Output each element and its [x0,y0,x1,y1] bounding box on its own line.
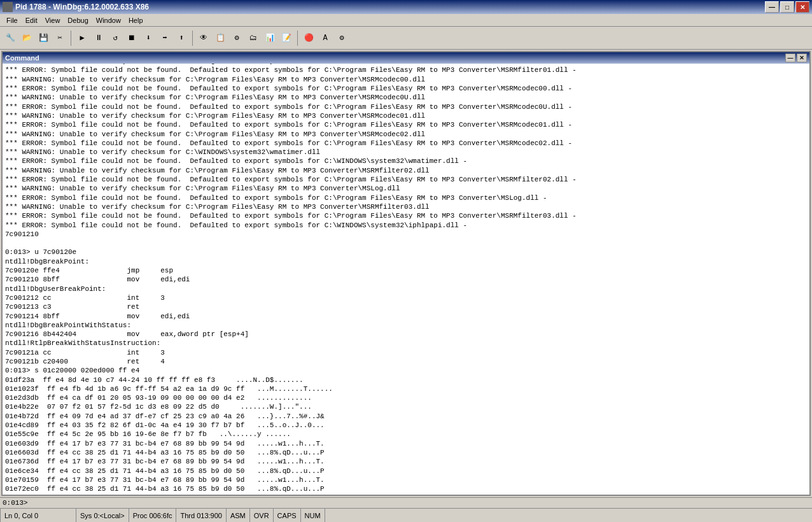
toolbar-open[interactable]: 📂 [19,31,34,46]
menu-window[interactable]: Window [92,15,125,25]
toolbar-save[interactable]: 💾 [36,31,51,46]
status-ln-col: Ln 0, Col 0 [0,509,76,522]
toolbar-stop[interactable]: ⏹ [124,31,139,46]
toolbar-restart[interactable]: ↺ [108,31,123,46]
toolbar-new[interactable]: 🔧 [3,31,18,46]
toolbar-step-over[interactable]: ➡ [157,31,172,46]
command-title-buttons: — ✕ [785,53,807,62]
title-bar-left: Pid 1788 - WinDbg:6.12.0002.633 X86 [3,2,149,12]
toolbar-regs[interactable]: ⚙ [229,31,244,46]
toolbar-mem[interactable]: 🗂 [246,31,261,46]
toolbar-sep-3 [297,31,298,46]
menu-file[interactable]: File [3,15,22,25]
title-bar: Pid 1788 - WinDbg:6.12.0002.633 X86 — □ … [0,0,812,14]
command-input[interactable] [28,499,809,507]
status-ovr: OVR [250,509,274,522]
toolbar-watch[interactable]: 👁 [196,31,211,46]
maximize-button[interactable]: □ [780,1,794,13]
main-area: Command — ✕ jmp esp *** ERROR: Symbol fi… [0,50,812,508]
command-minimize[interactable]: — [785,53,795,62]
close-button[interactable]: ✕ [795,1,809,13]
toolbar-go[interactable]: ▶ [74,31,90,46]
menu-bar: File Edit View Debug Window Help [0,14,812,27]
command-close[interactable]: ✕ [797,53,807,62]
toolbar-font[interactable]: A [318,31,333,46]
menu-debug[interactable]: Debug [64,15,92,25]
status-sys: Sys 0:<Local> [76,509,129,522]
status-proc: Proc 006:6fc [129,509,177,522]
command-title-bar: Command — ✕ [3,52,809,64]
app-icon [3,2,13,12]
toolbar-step-out[interactable]: ⬆ [174,31,189,46]
toolbar-break[interactable]: ⏸ [91,31,106,46]
toolbar-step-into[interactable]: ⬇ [141,31,156,46]
status-thrd: Thrd 013:900 [176,509,226,522]
toolbar-sep-1 [71,31,71,46]
toolbar-locals[interactable]: 📋 [213,31,228,46]
title-bar-buttons: — □ ✕ [765,1,809,13]
menu-edit[interactable]: Edit [22,15,41,25]
command-prompt: 0:013> [3,499,28,507]
status-asm: ASM [227,509,250,522]
window-title: Pid 1788 - WinDbg:6.12.0002.633 X86 [15,3,149,11]
toolbar-cut[interactable]: ✂ [52,31,67,46]
command-title-label: Command [5,54,39,62]
menu-view[interactable]: View [41,15,64,25]
toolbar: 🔧 📂 💾 ✂ ▶ ⏸ ↺ ⏹ ⬇ ➡ ⬆ 👁 📋 ⚙ 🗂 📊 📝 🔴 A ⚙ [0,27,812,50]
toolbar-stack[interactable]: 📊 [262,31,277,46]
menu-help[interactable]: Help [125,15,147,25]
command-window: Command — ✕ jmp esp *** ERROR: Symbol fi… [1,51,811,496]
minimize-button[interactable]: — [765,1,779,13]
toolbar-disasm[interactable]: 📝 [279,31,294,46]
command-output[interactable]: jmp esp *** ERROR: Symbol file could not… [3,64,809,495]
toolbar-options[interactable]: ⚙ [334,31,349,46]
toolbar-sep-2 [192,31,193,46]
status-caps: CAPS [274,509,301,522]
status-num: NUM [301,509,325,522]
command-input-area: 0:013> [0,497,812,508]
status-bar: Ln 0, Col 0 Sys 0:<Local> Proc 006:6fc T… [0,508,812,522]
toolbar-bp[interactable]: 🔴 [301,31,316,46]
